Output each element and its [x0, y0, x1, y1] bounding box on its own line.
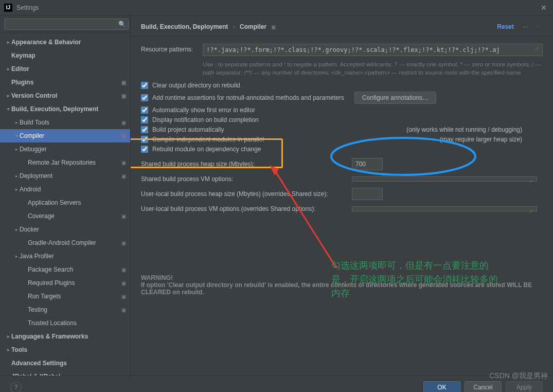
chevron-icon: ▸ [13, 187, 20, 192]
sidebar-item-label: JRebel & XRebel [11, 373, 126, 376]
sidebar-item-label: Testing [28, 306, 121, 313]
sidebar-item-gradle-android-compiler[interactable]: Gradle-Android Compiler▣ [0, 236, 130, 250]
sidebar-item-trusted-locations[interactable]: Trusted Locations [0, 316, 130, 330]
clear-output-label: Clear output directory on rebuild [152, 82, 240, 89]
chevron-icon: ▸ [13, 254, 20, 259]
sidebar-item-label: Trusted Locations [28, 319, 126, 327]
close-icon[interactable]: ✕ [539, 4, 549, 12]
sidebar-item-docker[interactable]: ▸Docker [0, 223, 130, 236]
sidebar-item-java-profiler[interactable]: ▸Java Profiler [0, 250, 130, 263]
user-heap-size-label: User-local build process heap size (Mbyt… [141, 190, 352, 198]
resource-patterns-label: Resource patterns: [141, 44, 203, 53]
sidebar-item-deployment[interactable]: ▸Deployment▣ [0, 169, 130, 183]
scope-badge-icon: ▣ [271, 24, 276, 30]
sidebar-item-label: Build, Execution, Deployment [11, 105, 126, 113]
resource-patterns-input[interactable]: !?*.java;!?*.form;!?*.class;!?*.groovy;!… [203, 44, 543, 56]
chevron-icon: ▸ [5, 347, 11, 352]
search-input[interactable] [4, 19, 129, 30]
sidebar-item-required-plugins[interactable]: Required Plugins▣ [0, 276, 130, 290]
sidebar-item-plugins[interactable]: Plugins▣ [0, 76, 130, 89]
sidebar-item-label: Compiler [20, 132, 121, 139]
sidebar-item-tools[interactable]: ▸Tools [0, 343, 130, 357]
sidebar-item-package-search[interactable]: Package Search▣ [0, 263, 130, 276]
sidebar-item-editor[interactable]: ▸Editor [0, 62, 130, 76]
chevron-icon: ▸ [13, 120, 20, 125]
sidebar-item-testing[interactable]: Testing▣ [0, 303, 130, 316]
sidebar-item-jrebel-xrebel[interactable]: ▸JRebel & XRebel [0, 370, 130, 376]
build-automatically-checkbox[interactable] [141, 126, 148, 133]
rebuild-module-checkbox[interactable] [141, 146, 148, 153]
sidebar-item-compiler[interactable]: ▾Compiler▣ [0, 129, 130, 142]
app-icon: IJ [4, 4, 12, 12]
chevron-icon: ▸ [5, 93, 11, 98]
warning-text: If option 'Clear output directory on reb… [141, 281, 543, 296]
search-icon: 🔍 [118, 21, 126, 28]
breadcrumb-sep: › [233, 23, 235, 30]
sidebar-item-label: Editor [11, 65, 126, 73]
cancel-button[interactable]: Cancel [465, 381, 502, 392]
forward-icon[interactable]: → [533, 23, 541, 31]
chevron-icon: ▾ [13, 133, 20, 138]
expand-icon[interactable]: ⤢ [529, 179, 533, 184]
scope-badge-icon: ▣ [121, 173, 126, 179]
vm-options-label: Shared build process VM options: [141, 175, 352, 183]
title-bar: IJ Settings ✕ [0, 0, 553, 15]
sidebar-item-build-tools[interactable]: ▸Build Tools▣ [0, 116, 130, 129]
scope-badge-icon: ▣ [121, 160, 126, 166]
breadcrumb-part-2: Compiler [240, 23, 266, 30]
sidebar-item-languages-frameworks[interactable]: ▸Languages & Frameworks [0, 330, 130, 343]
show-first-error-checkbox[interactable] [141, 106, 148, 114]
sidebar-item-label: Required Plugins [28, 279, 121, 287]
sidebar-item-version-control[interactable]: ▸Version Control▣ [0, 89, 130, 102]
breadcrumb-part-1: Build, Execution, Deployment [141, 23, 228, 30]
reset-link[interactable]: Reset [497, 23, 514, 30]
sidebar-item-android[interactable]: ▸Android [0, 183, 130, 196]
clear-output-checkbox[interactable] [141, 82, 148, 89]
sidebar-item-label: Keymap [11, 52, 126, 59]
display-notification-checkbox[interactable] [141, 116, 148, 123]
user-heap-size-input[interactable] [352, 188, 383, 200]
sidebar-item-debugger[interactable]: ▸Debugger [0, 142, 130, 156]
sidebar-item-label: Android [20, 186, 126, 193]
scope-badge-icon: ▣ [121, 307, 126, 313]
sidebar-item-advanced-settings[interactable]: Advanced Settings [0, 357, 130, 370]
runtime-assertions-checkbox[interactable] [141, 94, 148, 101]
sidebar-item-application-servers[interactable]: Application Servers [0, 196, 130, 209]
chevron-icon: ▸ [5, 40, 11, 45]
sidebar-item-keymap[interactable]: Keymap [0, 49, 130, 62]
user-vm-options-input[interactable]: ⤢ [352, 206, 537, 211]
sidebar-item-label: Appearance & Behavior [11, 39, 126, 46]
apply-button[interactable]: Apply [506, 381, 543, 392]
configure-annotations-button[interactable]: Configure annotations… [354, 92, 436, 104]
user-vm-options-label: User-local build process VM options (ove… [141, 205, 352, 212]
compile-parallel-checkbox[interactable] [141, 136, 148, 143]
form-area: Resource patterns: !?*.java;!?*.form;!?*… [131, 37, 553, 376]
sidebar-item-label: Languages & Frameworks [11, 333, 126, 340]
scope-badge-icon: ▣ [121, 93, 126, 99]
help-button[interactable]: ? [10, 382, 22, 392]
sidebar-item-build-execution-deployment[interactable]: ▾Build, Execution, Deployment [0, 102, 130, 116]
sidebar-item-label: Remote Jar Repositories [28, 159, 121, 166]
vm-options-input[interactable]: ⤢ [352, 176, 537, 182]
chevron-icon: ▸ [13, 227, 20, 232]
sidebar-item-label: Docker [20, 226, 126, 233]
chevron-icon: ▸ [5, 66, 11, 72]
expand-icon[interactable]: ⤢ [529, 209, 533, 214]
heap-size-input[interactable] [352, 158, 383, 170]
sidebar-item-remote-jar-repositories[interactable]: Remote Jar Repositories▣ [0, 156, 130, 169]
ok-button[interactable]: OK [423, 381, 460, 392]
sidebar-item-label: Deployment [20, 172, 121, 180]
sidebar-item-appearance-behavior[interactable]: ▸Appearance & Behavior [0, 35, 130, 49]
sidebar-item-label: Version Control [11, 92, 121, 99]
sidebar-item-label: Tools [11, 346, 126, 353]
back-icon[interactable]: ← [522, 23, 529, 31]
chevron-icon: ▸ [13, 173, 20, 179]
expand-icon[interactable]: ⤢ [535, 46, 539, 51]
sidebar-item-coverage[interactable]: Coverage▣ [0, 209, 130, 223]
scope-badge-icon: ▣ [121, 133, 126, 139]
scope-badge-icon: ▣ [121, 80, 126, 85]
svg-line-1 [275, 170, 336, 268]
scope-badge-icon: ▣ [121, 280, 126, 286]
sidebar-item-run-targets[interactable]: Run Targets▣ [0, 290, 130, 303]
sidebar-item-label: Plugins [11, 79, 121, 86]
